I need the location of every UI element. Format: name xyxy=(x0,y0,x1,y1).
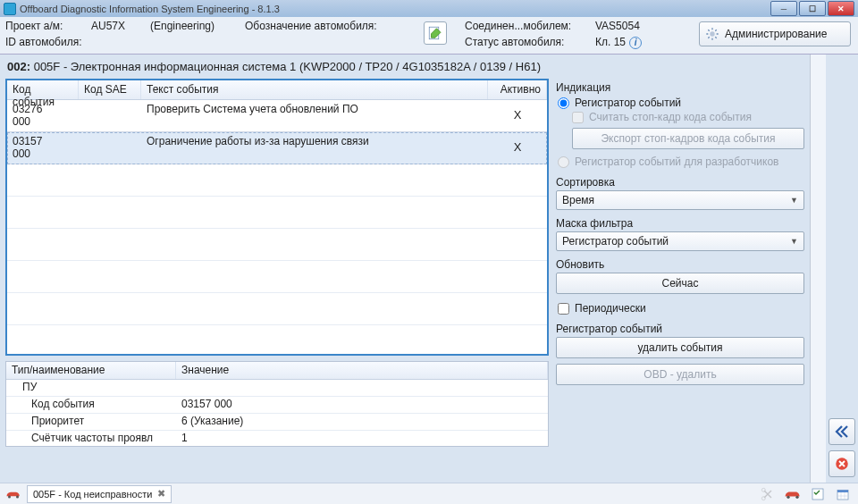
filter-mask-select[interactable]: Регистратор событий▼ xyxy=(556,231,804,251)
window-title: Offboard Diagnostic Information System E… xyxy=(20,4,280,14)
detail-row[interactable]: Счётчик частоты проявл1 xyxy=(6,431,548,447)
side-panel: Индикация Регистратор событий Считать ст… xyxy=(551,55,810,483)
project-mode: (Engineering) xyxy=(150,20,240,32)
detail-row[interactable]: ПУ xyxy=(6,380,548,397)
event-row-empty xyxy=(7,261,547,293)
detail-value: 1 xyxy=(176,431,548,447)
detail-name: Счётчик частоты проявл xyxy=(6,431,176,447)
header-bar: Проект а/м: AU57X (Engineering) Обозначе… xyxy=(0,17,858,55)
ecu-title: 002: 005F - Электронная информационная с… xyxy=(5,58,549,79)
double-arrow-left-icon xyxy=(834,424,850,440)
event-row-empty xyxy=(7,293,547,325)
back-button[interactable] xyxy=(829,418,855,445)
sort-select[interactable]: Время▼ xyxy=(556,190,804,210)
event-text: Проверить Система учета обновлений ПО xyxy=(141,100,488,131)
refresh-now-button[interactable]: Сейчас xyxy=(556,273,804,294)
detail-row[interactable]: Код события03157 000 xyxy=(6,397,548,414)
radio-event-log[interactable]: Регистратор событий xyxy=(556,96,804,110)
tab-fault-code[interactable]: 005F - Код неисправности ✖ xyxy=(27,485,172,503)
vehicle-desig-label: Обозначение автомобиля: xyxy=(245,20,397,32)
detail-value xyxy=(176,380,548,396)
event-text: Ограничение работы из-за нарушения связи xyxy=(141,132,488,164)
event-log-section-label: Регистратор событий xyxy=(556,323,804,335)
vertical-scrollbar[interactable] xyxy=(810,55,826,483)
sort-label: Сортировка xyxy=(556,176,804,189)
detail-table: Тип/наименование Значение ПУКод события0… xyxy=(5,361,549,447)
app-icon xyxy=(4,3,16,15)
bottom-tab-bar: 005F - Код неисправности ✖ xyxy=(0,483,858,504)
event-row[interactable]: 03276000Проверить Система учета обновлен… xyxy=(7,100,547,132)
event-sae xyxy=(79,132,141,164)
obd-delete-button: OBD - удалить xyxy=(556,364,804,385)
calendar-icon[interactable] xyxy=(833,486,853,502)
event-code: 03276000 xyxy=(7,100,79,131)
cut-icon xyxy=(758,486,778,502)
refresh-label: Обновить xyxy=(556,258,804,271)
detail-table-header: Тип/наименование Значение xyxy=(6,362,548,380)
connection-value: VAS5054 xyxy=(595,20,667,32)
document-edit-icon[interactable] xyxy=(424,21,447,45)
cancel-button[interactable] xyxy=(829,450,855,477)
detail-value: 6 (Указание) xyxy=(176,414,548,430)
detail-value: 03157 000 xyxy=(176,397,548,413)
tab-close-icon[interactable]: ✖ xyxy=(157,488,165,500)
event-row-empty xyxy=(7,197,547,229)
event-row-empty xyxy=(7,229,547,261)
event-table-header: Код события Код SAE Текст события Активн… xyxy=(7,80,547,100)
event-active: X xyxy=(488,100,547,131)
checklist-icon[interactable] xyxy=(808,486,828,502)
detail-name: Приоритет xyxy=(6,414,176,430)
svg-point-1 xyxy=(710,31,714,36)
svg-point-4 xyxy=(16,495,19,498)
svg-rect-11 xyxy=(837,490,848,492)
col-sae[interactable]: Код SAE xyxy=(79,80,141,99)
radio-developer-log: Регистратор событий для разработчиков xyxy=(556,155,804,169)
cancel-icon xyxy=(834,456,850,472)
project-label: Проект а/м: xyxy=(5,20,86,32)
event-row[interactable]: 03157000Ограничение работы из-за нарушен… xyxy=(7,132,547,164)
event-sae xyxy=(79,100,141,131)
vehicle-status-value: Кл. 15i xyxy=(595,36,667,49)
detail-row[interactable]: Приоритет6 (Указание) xyxy=(6,414,548,431)
window-minimize-button[interactable]: ─ xyxy=(770,1,797,16)
event-table: Код события Код SAE Текст события Активн… xyxy=(5,79,549,356)
dcol-name[interactable]: Тип/наименование xyxy=(6,362,176,379)
administration-button[interactable]: Администрирование xyxy=(699,21,851,46)
col-code[interactable]: Код события xyxy=(7,80,79,99)
event-row-empty xyxy=(7,164,547,197)
col-text[interactable]: Текст события xyxy=(141,80,488,99)
detail-name: Код события xyxy=(6,397,176,413)
window-close-button[interactable]: ✕ xyxy=(828,1,854,16)
car-icon xyxy=(5,489,21,500)
connection-label: Соединен...мобилем: xyxy=(465,20,590,32)
chevron-down-icon: ▼ xyxy=(790,237,798,246)
svg-point-3 xyxy=(8,495,11,498)
col-active[interactable]: Активно xyxy=(488,80,547,99)
window-maximize-button[interactable]: ☐ xyxy=(799,1,826,16)
indication-label: Индикация xyxy=(556,81,804,94)
delete-events-button[interactable]: удалить события xyxy=(556,337,804,358)
svg-point-5 xyxy=(761,496,765,500)
export-freeze-frames-button: Экспорт стоп-кадров кода события xyxy=(572,128,804,149)
svg-rect-9 xyxy=(812,489,823,500)
chevron-down-icon: ▼ xyxy=(790,196,798,205)
event-active: X xyxy=(488,132,547,164)
svg-point-7 xyxy=(786,495,789,498)
event-code: 03157000 xyxy=(7,132,79,164)
dcol-value[interactable]: Значение xyxy=(176,362,548,379)
checkbox-periodic[interactable]: Периодически xyxy=(556,301,804,315)
checkbox-read-freeze-frame: Считать стоп-кадр кода события xyxy=(556,110,804,124)
window-titlebar: Offboard Diagnostic Information System E… xyxy=(0,0,858,17)
info-icon[interactable]: i xyxy=(629,37,642,49)
svg-point-8 xyxy=(795,495,798,498)
vehicle-status-label: Статус автомобиля: xyxy=(465,36,590,49)
project-value: AU57X xyxy=(91,20,145,32)
car-red-icon[interactable] xyxy=(783,486,803,502)
detail-name: ПУ xyxy=(6,380,176,396)
svg-point-6 xyxy=(761,488,765,491)
gear-icon xyxy=(705,27,719,41)
vehicle-id-label: ID автомобиля: xyxy=(5,36,86,48)
filter-mask-label: Маска фильтра xyxy=(556,217,804,230)
